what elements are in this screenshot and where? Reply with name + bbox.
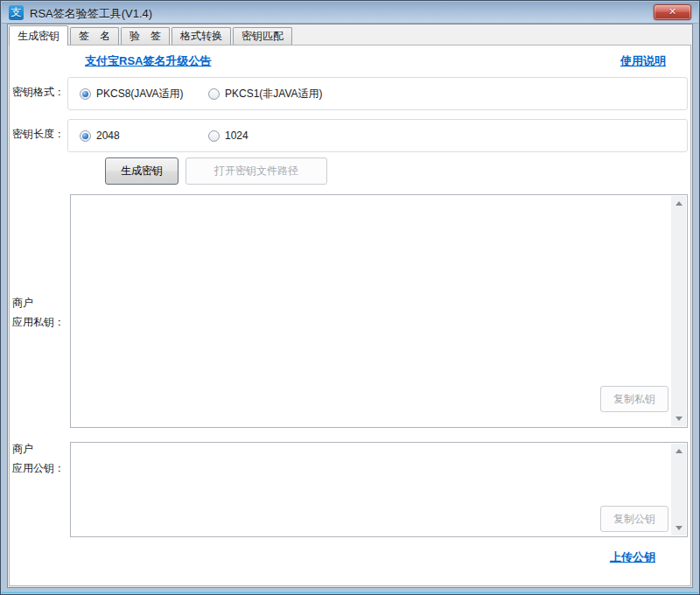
radio-selected-icon (80, 130, 91, 142)
radio-pkcs8[interactable]: PKCS8(JAVA适用) (80, 78, 184, 109)
scroll-up-icon[interactable] (671, 196, 686, 211)
upload-public-key-link[interactable]: 上传公钥 (610, 550, 655, 565)
window-frame-accent (2, 591, 698, 593)
rsa-upgrade-announcement-link[interactable]: 支付宝RSA签名升级公告 (85, 53, 211, 69)
alipay-logo-icon: 支 (9, 5, 24, 20)
close-button[interactable]: ✕ (654, 4, 691, 20)
private-key-scrollbar[interactable] (671, 196, 686, 426)
radio-1024[interactable]: 1024 (208, 120, 248, 151)
radio-unselected-icon (208, 88, 220, 100)
tab-strip: 生成密钥 签 名 验 签 格式转换 密钥匹配 (8, 24, 692, 45)
radio-2048-label: 2048 (96, 130, 120, 142)
tab-key-match[interactable]: 密钥匹配 (233, 27, 292, 45)
key-length-label: 密钥长度： (12, 127, 65, 142)
open-key-file-path-button[interactable]: 打开密钥文件路径 (186, 158, 327, 185)
app-window: 支 RSA签名验签工具(V1.4) ✕ 生成密钥 签 名 验 签 格式转换 密钥… (0, 0, 700, 595)
window-title: RSA签名验签工具(V1.4) (30, 6, 152, 22)
merchant-private-key-label: 商户 应用私钥： (12, 293, 65, 332)
radio-pkcs1-label: PKCS1(非JAVA适用) (225, 87, 323, 102)
public-key-box: 复制公钥 (70, 442, 688, 537)
tab-verify[interactable]: 验 签 (121, 27, 170, 45)
tab-page-generate-key: 支付宝RSA签名升级公告 使用说明 密钥格式： PKCS8(JAVA适用) PK… (9, 45, 691, 586)
private-key-textarea[interactable] (72, 196, 671, 426)
key-format-group: PKCS8(JAVA适用) PKCS1(非JAVA适用) (67, 77, 688, 110)
merchant-public-key-label: 商户 应用公钥： (12, 439, 65, 478)
public-key-scrollbar[interactable] (671, 444, 686, 536)
usage-help-link[interactable]: 使用说明 (620, 53, 666, 69)
radio-selected-icon (80, 88, 91, 100)
radio-1024-label: 1024 (225, 130, 248, 142)
copy-public-key-button[interactable]: 复制公钥 (600, 506, 668, 532)
radio-2048[interactable]: 2048 (80, 120, 120, 151)
key-length-group: 2048 1024 (67, 119, 688, 152)
scroll-down-icon[interactable] (671, 411, 686, 426)
tab-format-convert[interactable]: 格式转换 (172, 27, 231, 45)
tab-sign[interactable]: 签 名 (70, 27, 119, 45)
tab-generate-key[interactable]: 生成密钥 (9, 25, 68, 46)
radio-pkcs1[interactable]: PKCS1(非JAVA适用) (208, 78, 323, 109)
public-key-textarea[interactable] (72, 444, 671, 536)
title-bar[interactable]: 支 RSA签名验签工具(V1.4) ✕ (2, 2, 698, 24)
private-key-box: 复制私钥 (70, 194, 688, 428)
close-icon: ✕ (668, 6, 676, 17)
key-format-label: 密钥格式： (12, 85, 65, 100)
radio-pkcs8-label: PKCS8(JAVA适用) (96, 87, 184, 102)
tab-control: 生成密钥 签 名 验 签 格式转换 密钥匹配 支付宝RSA签名升级公告 使用说明… (7, 24, 693, 588)
scroll-up-icon[interactable] (671, 444, 686, 458)
generate-key-button[interactable]: 生成密钥 (105, 158, 178, 185)
scroll-down-icon[interactable] (671, 521, 686, 536)
copy-private-key-button[interactable]: 复制私钥 (600, 386, 668, 412)
radio-unselected-icon (208, 130, 220, 142)
